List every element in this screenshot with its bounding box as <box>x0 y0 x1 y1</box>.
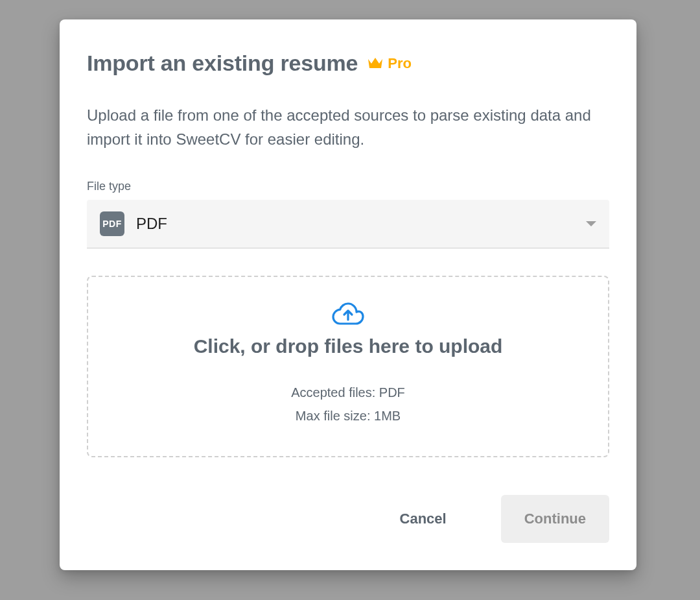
dropzone-accepted: Accepted files: PDF <box>101 381 595 404</box>
upload-dropzone[interactable]: Click, or drop files here to upload Acce… <box>87 276 609 457</box>
file-type-field: File type PDF PDF <box>87 180 609 248</box>
modal-description: Upload a file from one of the accepted s… <box>87 103 609 151</box>
import-resume-modal: Import an existing resume Pro Upload a f… <box>60 19 636 570</box>
cancel-button[interactable]: Cancel <box>377 495 470 543</box>
dropzone-title: Click, or drop files here to upload <box>101 335 595 357</box>
crown-icon <box>367 56 384 71</box>
continue-button[interactable]: Continue <box>501 495 609 543</box>
pro-label: Pro <box>388 55 412 72</box>
dropzone-maxsize: Max file size: 1MB <box>101 404 595 427</box>
file-type-select[interactable]: PDF PDF <box>87 200 609 248</box>
file-type-selected-text: PDF <box>136 215 167 233</box>
file-type-select-value: PDF PDF <box>100 211 167 236</box>
modal-header: Import an existing resume Pro <box>87 51 609 76</box>
chevron-down-icon <box>586 221 596 226</box>
modal-title: Import an existing resume <box>87 51 358 76</box>
pdf-icon: PDF <box>100 211 124 236</box>
modal-footer: Cancel Continue <box>87 495 609 543</box>
file-type-label: File type <box>87 180 609 193</box>
pro-badge: Pro <box>367 55 412 72</box>
cloud-upload-icon <box>332 300 364 328</box>
